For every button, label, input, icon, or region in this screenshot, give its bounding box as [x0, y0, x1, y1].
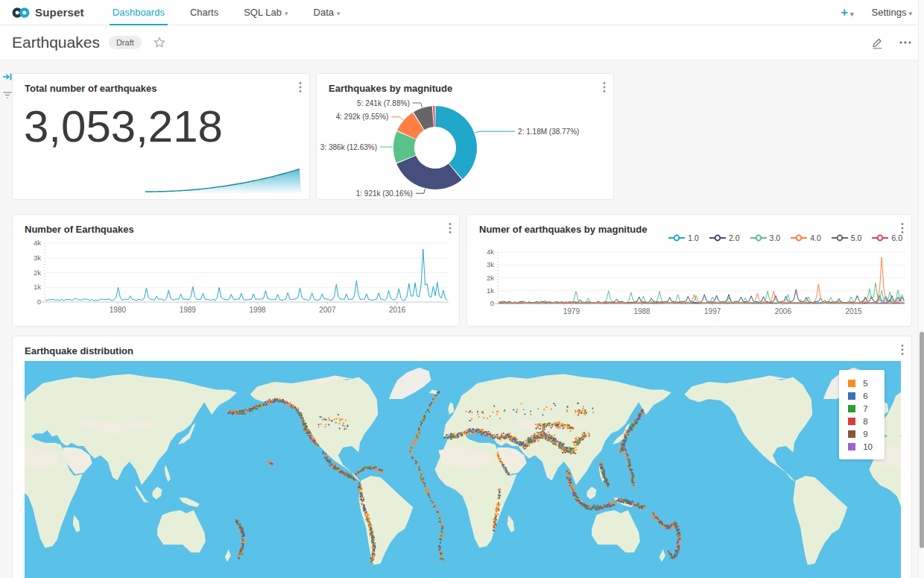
- svg-text:2016: 2016: [389, 306, 406, 314]
- svg-text:1979: 1979: [563, 307, 580, 315]
- svg-text:5: 241k (7.88%): 5: 241k (7.88%): [357, 99, 410, 107]
- chart-kebab-menu-icon[interactable]: [299, 81, 302, 96]
- favorite-star-icon[interactable]: [154, 37, 165, 48]
- map-legend-row: 9: [848, 427, 873, 440]
- infinity-logo-icon: [12, 7, 30, 19]
- map-legend-row: 6: [848, 389, 873, 402]
- svg-text:1997: 1997: [704, 307, 721, 315]
- legend-label: 9: [863, 430, 867, 439]
- big-number-value: 3,053,218: [24, 101, 223, 152]
- filter-funnel-icon[interactable]: [1, 91, 13, 100]
- svg-text:1k: 1k: [34, 283, 41, 291]
- chevron-down-icon: ▾: [337, 10, 341, 17]
- svg-text:4k: 4k: [487, 248, 494, 256]
- more-options-icon[interactable]: [899, 40, 912, 45]
- legend-swatch: [848, 418, 855, 425]
- card-total-earthquakes: Total number of earthquakes 3,053,218: [12, 73, 310, 200]
- legend-label: 6: [863, 392, 867, 400]
- svg-text:2015: 2015: [845, 307, 862, 315]
- map-legend-row: 5: [848, 377, 873, 389]
- legend-swatch: [848, 405, 855, 412]
- map-legend-row: 10: [848, 440, 873, 453]
- status-badge: Draft: [109, 36, 142, 49]
- superset-dashboard-page: Superset Dashboards Charts SQL Lab▾ Data…: [0, 0, 924, 578]
- legend-label: 10: [863, 442, 873, 451]
- dashboard-header: Earthquakes Draft: [0, 25, 924, 60]
- timeseries-line-chart: 01k2k3k4k19801989199820072016: [13, 215, 459, 326]
- svg-text:1: 921k (30.16%): 1: 921k (30.16%): [356, 189, 413, 198]
- legend-label: 7: [863, 404, 867, 413]
- chevron-down-icon: ▾: [285, 10, 288, 17]
- map-legend-row: 7: [848, 402, 873, 415]
- svg-text:2: 1.18M (38.77%): 2: 1.18M (38.77%): [518, 128, 579, 136]
- svg-text:4: 292k (9.55%): 4: 292k (9.55%): [336, 113, 389, 121]
- nav-charts[interactable]: Charts: [187, 0, 221, 25]
- svg-text:3k: 3k: [487, 260, 494, 268]
- superset-logo[interactable]: Superset: [12, 6, 84, 19]
- world-map[interactable]: 5 6 7 8 9 10: [25, 361, 901, 578]
- legend-swatch: [848, 443, 855, 450]
- page-title: Earthquakes: [12, 34, 100, 51]
- new-item-button[interactable]: +▾: [841, 6, 854, 19]
- svg-text:1989: 1989: [180, 306, 197, 314]
- filter-rail: [1, 72, 13, 100]
- legend-label: 5: [863, 379, 867, 388]
- legend-swatch: [848, 380, 855, 387]
- svg-text:1k: 1k: [487, 286, 494, 295]
- legend-swatch: [848, 392, 855, 400]
- svg-text:3k: 3k: [34, 254, 41, 262]
- card-earthquakes-by-magnitude: Earthquakes by magnitude 2: 1.18M (38.77…: [316, 73, 614, 200]
- brand-name: Superset: [35, 6, 84, 19]
- map-legend-row: 8: [848, 415, 873, 427]
- card-earthquake-distribution: Earthquake distribution 5 6 7 8 9 10: [12, 336, 912, 578]
- svg-text:2006: 2006: [775, 307, 792, 315]
- expand-filter-bar-icon[interactable]: [1, 72, 13, 82]
- edit-pencil-icon[interactable]: [871, 37, 884, 49]
- svg-text:2k: 2k: [34, 268, 41, 277]
- chart-title: Total number of earthquakes: [25, 83, 156, 94]
- card-number-of-earthquakes: Number of Earthquakes 01k2k3k4k198019891…: [12, 214, 460, 327]
- donut-chart: 2: 1.18M (38.77%)1: 921k (30.16%)3: 386k…: [317, 74, 613, 199]
- chart-title: Earthquake distribution: [25, 345, 133, 356]
- svg-text:2007: 2007: [319, 306, 336, 314]
- svg-text:2k: 2k: [487, 274, 494, 282]
- svg-text:1988: 1988: [633, 307, 651, 315]
- legend-label: 8: [863, 417, 867, 426]
- nav-dashboards[interactable]: Dashboards: [110, 0, 168, 25]
- svg-text:1980: 1980: [110, 306, 127, 314]
- svg-text:1998: 1998: [249, 306, 266, 314]
- legend-swatch: [848, 430, 855, 438]
- top-navbar: Superset Dashboards Charts SQL Lab▾ Data…: [0, 0, 924, 25]
- nav-sql-lab[interactable]: SQL Lab▾: [241, 0, 291, 25]
- scrollbar-thumb[interactable]: [920, 332, 924, 548]
- page-scrollbar[interactable]: [918, 0, 924, 578]
- chevron-down-icon: ▾: [908, 10, 912, 17]
- chevron-down-icon: ▾: [850, 10, 854, 18]
- card-earthquakes-by-magnitude-timeseries: Numer of earthquakes by magnitude 1.0 2.…: [466, 214, 912, 327]
- chart-kebab-menu-icon[interactable]: [901, 344, 904, 359]
- settings-menu[interactable]: Settings▾: [871, 7, 912, 18]
- world-map-canvas[interactable]: [25, 361, 901, 578]
- multiseries-line-chart: 01k2k3k4k19791988199720062015: [467, 215, 911, 326]
- svg-text:3: 386k (12.63%): 3: 386k (12.63%): [320, 143, 377, 151]
- trendline-chart: [145, 166, 302, 195]
- svg-text:4k: 4k: [34, 239, 41, 247]
- nav-data[interactable]: Data▾: [311, 0, 344, 25]
- map-legend: 5 6 7 8 9 10: [839, 370, 885, 459]
